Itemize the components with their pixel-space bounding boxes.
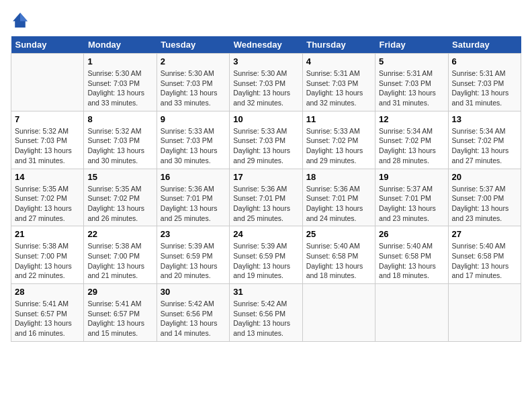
day-number: 28 [15,287,80,297]
day-number: 8 [87,114,152,124]
calendar-cell [375,284,448,342]
calendar-cell: 30Sunrise: 5:42 AMSunset: 6:56 PMDayligh… [157,284,229,342]
day-info: Sunrise: 5:35 AMSunset: 7:02 PMDaylight:… [15,184,80,224]
day-number: 18 [306,172,371,182]
calendar-cell: 18Sunrise: 5:36 AMSunset: 7:01 PMDayligh… [302,169,375,226]
calendar-cell: 5Sunrise: 5:31 AMSunset: 7:03 PMDaylight… [375,54,448,111]
weekday-header-thursday: Thursday [302,36,375,54]
day-number: 4 [306,56,371,66]
day-number: 9 [161,114,226,124]
calendar-cell: 2Sunrise: 5:30 AMSunset: 7:03 PMDaylight… [157,54,229,111]
day-number: 3 [233,56,298,66]
day-number: 10 [233,114,298,124]
day-number: 31 [233,287,298,297]
day-number: 16 [161,172,226,182]
calendar-cell: 6Sunrise: 5:31 AMSunset: 7:03 PMDaylight… [448,54,521,111]
day-number: 22 [87,229,152,239]
day-info: Sunrise: 5:37 AMSunset: 7:01 PMDaylight:… [379,184,444,224]
day-info: Sunrise: 5:30 AMSunset: 7:03 PMDaylight:… [233,68,298,108]
calendar-week-row: 7Sunrise: 5:32 AMSunset: 7:03 PMDaylight… [11,111,521,169]
day-info: Sunrise: 5:41 AMSunset: 6:57 PMDaylight:… [87,299,152,338]
calendar-cell: 23Sunrise: 5:39 AMSunset: 6:59 PMDayligh… [157,226,229,284]
day-info: Sunrise: 5:31 AMSunset: 7:03 PMDaylight:… [452,68,517,108]
day-info: Sunrise: 5:39 AMSunset: 6:59 PMDaylight:… [233,241,298,281]
calendar-table: SundayMondayTuesdayWednesdayThursdayFrid… [11,36,521,342]
calendar-cell: 22Sunrise: 5:38 AMSunset: 7:00 PMDayligh… [84,226,157,284]
calendar-cell: 15Sunrise: 5:35 AMSunset: 7:02 PMDayligh… [84,169,157,226]
day-info: Sunrise: 5:31 AMSunset: 7:03 PMDaylight:… [379,68,444,108]
calendar-cell: 26Sunrise: 5:40 AMSunset: 6:58 PMDayligh… [375,226,448,284]
day-info: Sunrise: 5:32 AMSunset: 7:03 PMDaylight:… [15,126,80,166]
day-number: 21 [15,229,80,239]
day-info: Sunrise: 5:37 AMSunset: 7:00 PMDaylight:… [452,184,517,224]
day-info: Sunrise: 5:36 AMSunset: 7:01 PMDaylight:… [161,184,226,224]
day-number: 12 [379,114,444,124]
day-info: Sunrise: 5:30 AMSunset: 7:03 PMDaylight:… [161,68,226,108]
day-info: Sunrise: 5:34 AMSunset: 7:02 PMDaylight:… [379,126,444,166]
day-info: Sunrise: 5:40 AMSunset: 6:58 PMDaylight:… [306,241,371,281]
calendar-cell: 11Sunrise: 5:33 AMSunset: 7:02 PMDayligh… [302,111,375,169]
day-info: Sunrise: 5:36 AMSunset: 7:01 PMDaylight:… [306,184,371,224]
day-info: Sunrise: 5:33 AMSunset: 7:02 PMDaylight:… [306,126,371,166]
calendar-cell: 24Sunrise: 5:39 AMSunset: 6:59 PMDayligh… [230,226,302,284]
day-info: Sunrise: 5:42 AMSunset: 6:56 PMDaylight:… [233,299,298,338]
logo-icon [11,11,30,30]
calendar-cell: 9Sunrise: 5:33 AMSunset: 7:03 PMDaylight… [157,111,229,169]
day-info: Sunrise: 5:39 AMSunset: 6:59 PMDaylight:… [161,241,226,281]
calendar-cell: 25Sunrise: 5:40 AMSunset: 6:58 PMDayligh… [302,226,375,284]
calendar-cell: 3Sunrise: 5:30 AMSunset: 7:03 PMDaylight… [230,54,302,111]
day-info: Sunrise: 5:38 AMSunset: 7:00 PMDaylight:… [87,241,152,281]
day-number: 24 [233,229,298,239]
calendar-week-row: 1Sunrise: 5:30 AMSunset: 7:03 PMDaylight… [11,54,521,111]
weekday-header-sunday: Sunday [11,36,84,54]
calendar-cell: 19Sunrise: 5:37 AMSunset: 7:01 PMDayligh… [375,169,448,226]
calendar-cell: 7Sunrise: 5:32 AMSunset: 7:03 PMDaylight… [11,111,84,169]
day-number: 7 [15,114,80,124]
day-number: 25 [306,229,371,239]
day-info: Sunrise: 5:33 AMSunset: 7:03 PMDaylight:… [233,126,298,166]
logo [11,11,32,30]
calendar-cell [302,284,375,342]
day-number: 27 [452,229,517,239]
day-number: 11 [306,114,371,124]
weekday-header-friday: Friday [375,36,448,54]
day-number: 19 [379,172,444,182]
calendar-cell: 21Sunrise: 5:38 AMSunset: 7:00 PMDayligh… [11,226,84,284]
day-number: 15 [87,172,152,182]
day-info: Sunrise: 5:38 AMSunset: 7:00 PMDaylight:… [15,241,80,281]
day-number: 23 [161,229,226,239]
calendar-cell: 20Sunrise: 5:37 AMSunset: 7:00 PMDayligh… [448,169,521,226]
day-info: Sunrise: 5:36 AMSunset: 7:01 PMDaylight:… [233,184,298,224]
day-number: 13 [452,114,517,124]
calendar-cell: 28Sunrise: 5:41 AMSunset: 6:57 PMDayligh… [11,284,84,342]
day-info: Sunrise: 5:40 AMSunset: 6:58 PMDaylight:… [452,241,517,281]
calendar-week-row: 21Sunrise: 5:38 AMSunset: 7:00 PMDayligh… [11,226,521,284]
calendar-cell: 27Sunrise: 5:40 AMSunset: 6:58 PMDayligh… [448,226,521,284]
weekday-header-tuesday: Tuesday [157,36,229,54]
day-info: Sunrise: 5:35 AMSunset: 7:02 PMDaylight:… [87,184,152,224]
day-info: Sunrise: 5:30 AMSunset: 7:03 PMDaylight:… [87,68,152,108]
calendar-cell: 29Sunrise: 5:41 AMSunset: 6:57 PMDayligh… [84,284,157,342]
day-number: 2 [161,56,226,66]
calendar-cell [448,284,521,342]
weekday-header-monday: Monday [84,36,157,54]
day-number: 30 [161,287,226,297]
day-info: Sunrise: 5:42 AMSunset: 6:56 PMDaylight:… [161,299,226,338]
calendar-cell: 1Sunrise: 5:30 AMSunset: 7:03 PMDaylight… [84,54,157,111]
calendar-cell: 17Sunrise: 5:36 AMSunset: 7:01 PMDayligh… [230,169,302,226]
calendar-cell: 8Sunrise: 5:32 AMSunset: 7:03 PMDaylight… [84,111,157,169]
calendar-header-row: SundayMondayTuesdayWednesdayThursdayFrid… [11,36,521,54]
calendar-cell: 10Sunrise: 5:33 AMSunset: 7:03 PMDayligh… [230,111,302,169]
day-number: 17 [233,172,298,182]
day-info: Sunrise: 5:34 AMSunset: 7:02 PMDaylight:… [452,126,517,166]
calendar-cell: 16Sunrise: 5:36 AMSunset: 7:01 PMDayligh… [157,169,229,226]
day-number: 26 [379,229,444,239]
calendar-cell: 13Sunrise: 5:34 AMSunset: 7:02 PMDayligh… [448,111,521,169]
calendar-cell: 31Sunrise: 5:42 AMSunset: 6:56 PMDayligh… [230,284,302,342]
weekday-header-wednesday: Wednesday [230,36,302,54]
calendar-cell [11,54,84,111]
day-number: 6 [452,56,517,66]
day-number: 20 [452,172,517,182]
day-info: Sunrise: 5:40 AMSunset: 6:58 PMDaylight:… [379,241,444,281]
calendar-week-row: 14Sunrise: 5:35 AMSunset: 7:02 PMDayligh… [11,169,521,226]
